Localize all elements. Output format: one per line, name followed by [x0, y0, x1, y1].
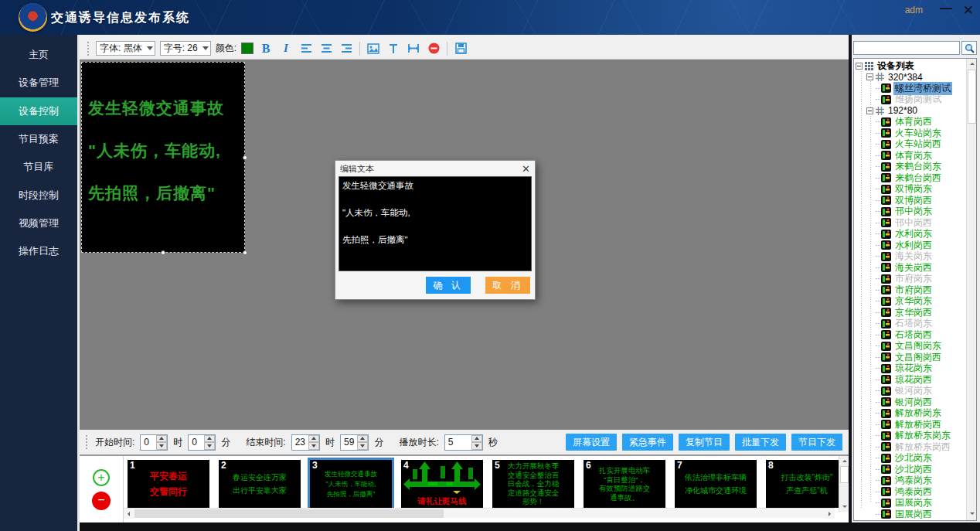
scroll-up-icon[interactable] [839, 456, 849, 466]
insert-text-button[interactable] [386, 41, 401, 56]
sidebar-item[interactable]: 节目预案 [0, 125, 77, 153]
traffic-signal-icon [881, 509, 891, 519]
duration-stepper[interactable]: 5 [444, 434, 483, 451]
scrollbar-thumb[interactable] [968, 70, 976, 124]
sidebar-item[interactable]: 时段控制 [0, 181, 77, 209]
start-minute-stepper[interactable]: 0 [188, 434, 216, 451]
spin-up-icon[interactable] [204, 435, 215, 443]
traffic-signal-icon [881, 185, 891, 194]
end-hour-stepper[interactable]: 23 [291, 434, 320, 451]
bold-button[interactable]: B [258, 41, 274, 56]
tree-connector [876, 99, 880, 100]
save-button[interactable] [453, 41, 468, 56]
traffic-signal-icon [881, 330, 891, 339]
scroll-down-icon[interactable] [839, 502, 849, 512]
device-search-input[interactable] [853, 41, 960, 55]
tree-connector [876, 200, 880, 201]
minimize-icon[interactable]: — [940, 2, 952, 15]
device-tree-item[interactable]: 维扬岗测试 [854, 94, 967, 106]
traffic-signal-icon [881, 218, 891, 227]
cancel-button[interactable]: 取 消 [485, 277, 530, 294]
program-thumbnail[interactable]: 1 平安春运交警同行 [128, 460, 209, 508]
program-thumbnail[interactable]: 7 依法治理非标车辆净化城市交通环境 [675, 460, 757, 508]
sidebar-item[interactable]: 主页 [0, 41, 77, 69]
program-thumbnail[interactable]: 4 请礼让斑马线 [401, 460, 483, 508]
action-button[interactable]: 批量下发 [735, 434, 786, 451]
dialog-close-icon[interactable]: ✕ [522, 163, 530, 175]
tree-connector [876, 312, 880, 313]
tree-scrollbar[interactable] [966, 59, 976, 520]
dialog-textarea[interactable]: 发生轻微交通事故 "人未伤，车能动, 先拍照，后撤离" [339, 176, 532, 271]
sidebar-item[interactable]: 节目库 [0, 153, 77, 181]
close-icon[interactable]: ✕ [963, 2, 974, 19]
spin-up-icon[interactable] [357, 435, 368, 443]
tree-root-row[interactable]: 设备列表 [854, 60, 967, 72]
spin-down-icon[interactable] [204, 442, 215, 450]
traffic-signal-icon [881, 476, 891, 485]
program-thumbnail[interactable]: 6 扎实开展电动车"百日整治"，有效预防道路交通事故。 [584, 460, 665, 508]
device-tree-item[interactable]: 国展岗西 [854, 509, 967, 520]
action-buttons: 屏幕设置紧急事件复制节目批量下发节目下发 [566, 434, 842, 451]
collapse-icon[interactable] [866, 107, 873, 114]
sidebar-item-label: 设备管理 [19, 76, 59, 90]
font-size-select[interactable]: 字号: 26 [160, 41, 211, 56]
spin-down-icon[interactable] [357, 442, 368, 450]
action-button[interactable]: 节目下发 [791, 434, 842, 451]
align-right-button[interactable] [339, 41, 354, 56]
action-button[interactable]: 复制节目 [679, 434, 730, 451]
confirm-button[interactable]: 确 认 [426, 277, 471, 294]
scrollbar-thumb[interactable] [134, 509, 444, 518]
insert-image-button[interactable] [366, 41, 381, 56]
spin-down-icon[interactable] [308, 442, 319, 450]
start-hour-stepper[interactable]: 0 [140, 434, 168, 451]
end-minute-stepper[interactable]: 59 [340, 434, 369, 451]
sidebar-item[interactable]: 设备管理 [0, 69, 77, 97]
program-thumbnail[interactable]: 8 打击改装"炸街"严查严惩"机 [766, 460, 848, 508]
led-preview-panel[interactable]: 发生轻微交通事故 "人未伤，车能动, 先拍照，后撤离" [81, 62, 245, 253]
resize-handle-right[interactable] [243, 155, 247, 160]
spin-down-icon[interactable] [156, 442, 167, 450]
resize-handle-corner[interactable] [243, 250, 247, 255]
program-thumbnail[interactable]: 2 春运安全连万家出行平安靠大家 [219, 460, 301, 508]
marquee-button[interactable] [406, 41, 421, 56]
traffic-signal-icon [881, 297, 891, 306]
traffic-signal-icon [881, 263, 891, 272]
italic-button[interactable]: I [278, 41, 294, 56]
color-swatch[interactable] [241, 43, 254, 54]
sidebar-item[interactable]: 操作日志 [0, 237, 77, 265]
align-center-button[interactable] [318, 41, 334, 56]
spin-up-icon[interactable] [308, 435, 319, 443]
vertical-scrollbar[interactable] [839, 456, 849, 512]
sidebar-item[interactable]: 视频管理 [0, 209, 77, 237]
scroll-down-icon[interactable] [967, 509, 977, 519]
program-thumbnail[interactable]: 5 大力开展秋冬季交通安全整治百日会战，全力稳定道路交通安全形势！ [492, 460, 574, 508]
collapse-icon[interactable] [866, 73, 873, 80]
program-thumbnail[interactable]: 3 发生轻微交通事故"人未伤，车能动,先拍照，后撤离" [310, 460, 392, 508]
delete-button[interactable] [426, 41, 441, 56]
add-program-button[interactable]: + [93, 469, 110, 486]
scroll-left-icon[interactable] [124, 509, 134, 519]
remove-program-button[interactable]: − [92, 492, 111, 510]
police-badge-logo [19, 3, 47, 32]
traffic-signal-icon [881, 465, 891, 474]
dialog-titlebar[interactable]: 编辑文本 ✕ [335, 161, 535, 176]
horizontal-scrollbar[interactable] [124, 508, 835, 518]
spin-up-icon[interactable] [471, 435, 482, 443]
align-left-button[interactable] [298, 41, 314, 56]
search-button[interactable] [961, 41, 977, 55]
tree-connector [876, 357, 880, 358]
action-button[interactable]: 屏幕设置 [566, 434, 617, 451]
action-button[interactable]: 紧急事件 [622, 434, 673, 451]
traffic-signal-icon [881, 274, 891, 284]
font-family-select[interactable]: 字体: 黑体 [96, 41, 155, 56]
spin-up-icon[interactable] [156, 435, 167, 443]
spin-down-icon[interactable] [471, 442, 482, 450]
sidebar-item[interactable]: 设备控制 [0, 97, 77, 125]
scroll-up-icon[interactable] [967, 59, 977, 69]
current-user[interactable]: adm [905, 5, 923, 15]
scrollbar-thumb[interactable] [840, 466, 849, 483]
scroll-right-icon[interactable] [825, 509, 835, 519]
resize-handle-bottom[interactable] [161, 250, 165, 255]
toolbar-grip [87, 42, 90, 56]
collapse-icon[interactable] [856, 63, 863, 70]
